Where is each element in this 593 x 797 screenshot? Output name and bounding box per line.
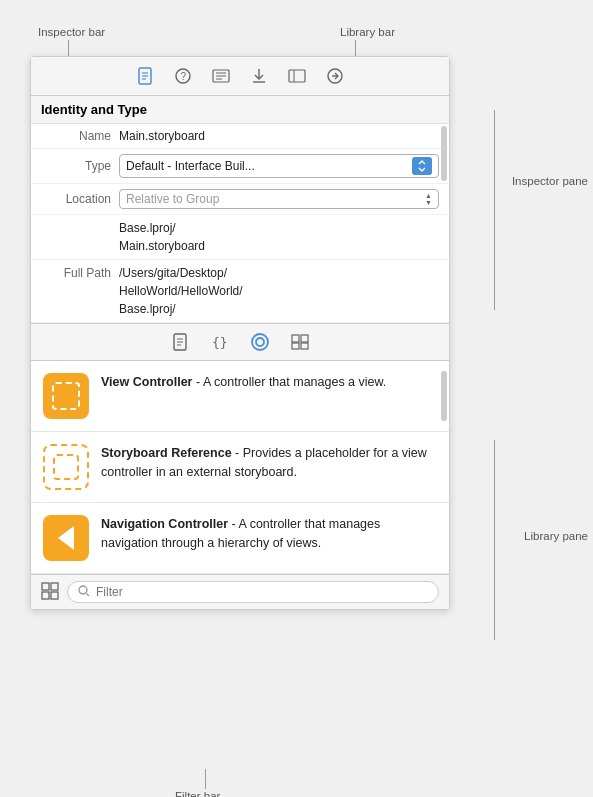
- location-placeholder: Relative to Group: [126, 192, 219, 206]
- filter-bar-line: [205, 769, 206, 789]
- view-controller-item[interactable]: View Controller - A controller that mana…: [31, 361, 449, 432]
- svg-rect-27: [42, 583, 49, 590]
- storyboard-reference-title: Storyboard Reference: [101, 446, 232, 460]
- nc-chevron: [58, 526, 74, 550]
- outer-wrapper: Inspector bar Library bar Inspector pane…: [0, 20, 593, 797]
- navigation-controller-icon: [43, 515, 89, 561]
- inspector-scrollbar[interactable]: [441, 126, 447, 181]
- base-path-value: Base.lproj/Main.storyboard: [119, 219, 439, 255]
- sb-icon-bg: [43, 444, 89, 490]
- inspector-pane: Identity and Type Name Main.storyboard T…: [31, 96, 449, 324]
- filter-input-container[interactable]: [67, 581, 439, 603]
- inspector-library-panel: ?: [30, 56, 450, 610]
- svg-rect-30: [51, 592, 58, 599]
- library-scrollbar[interactable]: [441, 371, 447, 421]
- braces-obj-tab[interactable]: {}: [208, 330, 232, 354]
- filter-search-input[interactable]: [96, 585, 428, 599]
- svg-rect-25: [292, 343, 299, 349]
- help-inspector-icon[interactable]: ?: [172, 65, 194, 87]
- full-path-row: Full Path /Users/gita/Desktop/HelloWorld…: [31, 260, 449, 323]
- name-field-row: Name Main.storyboard: [31, 124, 449, 149]
- svg-text:?: ?: [181, 71, 187, 82]
- nc-icon-bg: [43, 515, 89, 561]
- storyboard-reference-icon: [43, 444, 89, 490]
- vc-icon-inner: [52, 382, 80, 410]
- inspector-pane-annotation: Inspector pane: [512, 175, 588, 187]
- svg-text:{}: {}: [212, 335, 228, 350]
- filter-bar-annotation: Filter bar: [175, 790, 220, 797]
- identity-type-header: Identity and Type: [31, 96, 449, 124]
- navigation-controller-title: Navigation Controller: [101, 517, 228, 531]
- svg-rect-28: [51, 583, 58, 590]
- svg-rect-26: [301, 343, 308, 349]
- inspector-bar-annotation: Inspector bar: [38, 26, 105, 38]
- svg-line-32: [87, 594, 90, 597]
- inspector-bar: ?: [31, 57, 449, 96]
- storyboard-reference-item[interactable]: Storyboard Reference - Provides a placeh…: [31, 432, 449, 503]
- type-label: Type: [41, 159, 111, 173]
- full-path-label: Full Path: [41, 264, 111, 280]
- sb-icon-inner: [53, 454, 79, 480]
- base-path-label: [41, 219, 111, 221]
- type-select-arrow[interactable]: [412, 157, 432, 175]
- view-controller-icon: [43, 373, 89, 419]
- storyboard-reference-text: Storyboard Reference - Provides a placeh…: [101, 444, 437, 482]
- filter-bar: [31, 574, 449, 609]
- location-stepper[interactable]: ▲ ▼: [425, 192, 432, 206]
- library-pane-annotation: Library pane: [524, 530, 588, 542]
- sidebar-inspector-icon[interactable]: [286, 65, 308, 87]
- file-obj-tab[interactable]: [168, 330, 192, 354]
- download-inspector-icon[interactable]: [248, 65, 270, 87]
- filter-grid-icon[interactable]: [41, 582, 59, 603]
- grid-obj-tab[interactable]: [288, 330, 312, 354]
- svg-point-22: [256, 338, 264, 346]
- view-controller-text: View Controller - A controller that mana…: [101, 373, 437, 392]
- svg-point-31: [79, 586, 87, 594]
- svg-point-21: [252, 334, 268, 350]
- base-path-row: Base.lproj/Main.storyboard: [31, 215, 449, 260]
- arrow-right-inspector-icon[interactable]: [324, 65, 346, 87]
- quick-help-icon[interactable]: [210, 65, 232, 87]
- inspector-pane-line: [494, 110, 495, 310]
- main-panel: ?: [30, 56, 450, 610]
- location-field-row: Location Relative to Group ▲ ▼: [31, 184, 449, 215]
- full-path-value: /Users/gita/Desktop/HelloWorld/HelloWorl…: [119, 264, 439, 318]
- type-select[interactable]: Default - Interface Buil...: [119, 154, 439, 178]
- name-label: Name: [41, 129, 111, 143]
- file-inspector-icon[interactable]: [134, 65, 156, 87]
- library-pane-line: [494, 440, 495, 640]
- circle-obj-tab[interactable]: [248, 330, 272, 354]
- svg-rect-23: [292, 335, 299, 342]
- type-select-value: Default - Interface Buil...: [126, 159, 412, 173]
- name-value: Main.storyboard: [119, 129, 439, 143]
- svg-rect-24: [301, 335, 308, 342]
- svg-rect-29: [42, 592, 49, 599]
- view-controller-desc: - A controller that manages a view.: [192, 375, 386, 389]
- navigation-controller-item[interactable]: Navigation Controller - A controller tha…: [31, 503, 449, 574]
- navigation-controller-text: Navigation Controller - A controller tha…: [101, 515, 437, 553]
- vc-icon-bg: [43, 373, 89, 419]
- filter-search-icon: [78, 585, 90, 599]
- object-library-tab-bar: {}: [31, 324, 449, 361]
- library-pane: View Controller - A controller that mana…: [31, 361, 449, 574]
- type-field-row: Type Default - Interface Buil...: [31, 149, 449, 184]
- location-input[interactable]: Relative to Group ▲ ▼: [119, 189, 439, 209]
- view-controller-title: View Controller: [101, 375, 192, 389]
- location-label: Location: [41, 192, 111, 206]
- library-bar-annotation: Library bar: [340, 26, 395, 38]
- svg-rect-12: [289, 70, 305, 82]
